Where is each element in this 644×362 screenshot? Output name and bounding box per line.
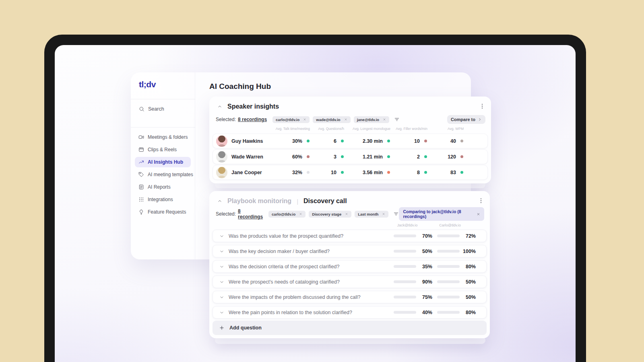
question-row[interactable]: Was the products value for the prospect … xyxy=(213,230,487,242)
filter-chip-label: carlo@tldv.io xyxy=(272,212,295,216)
sidebar-item-feature-requests[interactable]: Feature Requests xyxy=(135,207,191,217)
filter-chip[interactable]: Last month xyxy=(355,211,388,218)
question-row[interactable]: Were the prospect's needs of cataloging … xyxy=(213,276,487,288)
progress-bar xyxy=(394,265,416,268)
selected-recordings-link[interactable]: 8 recordings xyxy=(238,117,267,122)
playbook-question-list: Was the products value for the prospect … xyxy=(213,230,487,321)
collapse-chevron-up-icon[interactable] xyxy=(217,199,222,204)
chevron-down-icon[interactable] xyxy=(219,249,224,254)
playbook-panel: Playbook monitoring | Discovery call Sel… xyxy=(209,191,490,338)
metric-value: 2.30 min xyxy=(363,138,383,144)
progress-percentage: 50% xyxy=(462,294,476,300)
add-question-button[interactable]: Add question xyxy=(213,321,487,335)
selected-label: Selected: xyxy=(216,211,236,217)
progress-bar xyxy=(437,280,460,283)
close-icon[interactable] xyxy=(477,212,480,216)
filter-chip-label: jane@tldv.io xyxy=(357,117,380,122)
sidebar-item-meetings-folders[interactable]: Meetings & folders xyxy=(135,132,191,142)
avatar xyxy=(216,167,227,178)
collapse-chevron-up-icon[interactable] xyxy=(217,104,222,109)
status-dot xyxy=(460,140,463,142)
sidebar-item-integrations[interactable]: Integrations xyxy=(135,194,191,205)
question-text: Were the impacts of the problem discusse… xyxy=(229,294,394,300)
add-question-label: Add question xyxy=(229,325,262,331)
metric-value: 120 xyxy=(448,154,456,160)
search-label: Search xyxy=(148,106,164,112)
progress-bar xyxy=(394,311,416,314)
metric-value: 1.21 min xyxy=(363,154,383,160)
metric-value: 3 xyxy=(334,154,336,160)
chevron-down-icon[interactable] xyxy=(219,264,224,269)
sidebar-item-ai-reports[interactable]: AI Reports xyxy=(135,182,191,192)
question-text: Was the key decision maker / buyer clari… xyxy=(229,249,394,254)
close-icon[interactable] xyxy=(382,212,385,216)
sidebar-item-ai-meeting-templates[interactable]: AI meeting templates xyxy=(135,169,191,180)
chevron-down-icon[interactable] xyxy=(219,234,224,239)
question-row[interactable]: Was the decision criteria of the prospec… xyxy=(213,260,487,273)
sidebar-item-label: AI Insights Hub xyxy=(148,159,183,165)
question-row[interactable]: Were the impacts of the problem discusse… xyxy=(213,291,487,303)
filter-chip[interactable]: jane@tldv.io xyxy=(354,116,390,123)
compare-to-button[interactable]: Compare to xyxy=(447,115,485,124)
status-dot xyxy=(424,155,427,158)
filter-chip-label: Last month xyxy=(358,212,378,216)
speaker-metric-cell: 10 xyxy=(390,138,427,144)
close-icon[interactable] xyxy=(345,212,348,216)
selected-recordings-link[interactable]: 8 recordings xyxy=(238,208,263,220)
status-dot xyxy=(387,140,390,142)
sidebar-item-clips-reels[interactable]: Clips & Reels xyxy=(135,144,191,155)
table-row[interactable]: Guy Hawkins30%62.30 min1040 xyxy=(213,134,488,148)
playbook-filters-row: Selected: 8 recordings carlo@tldv.ioDisc… xyxy=(216,210,484,218)
filter-chip[interactable]: Discovery stage xyxy=(309,211,351,218)
speaker-column-header: Avg. WPM xyxy=(427,127,464,131)
progress-percentage: 75% xyxy=(419,294,432,300)
speaker-filter-chips: carlo@tldv.iowade@tldv.iojane@tldv.io xyxy=(272,116,389,123)
close-icon[interactable] xyxy=(299,212,302,216)
playbook-column-header: Carlo@tldv.io xyxy=(439,223,461,227)
metric-value: 83 xyxy=(450,170,456,175)
kebab-menu-icon[interactable] xyxy=(479,103,485,109)
search-input[interactable]: Search xyxy=(139,106,164,112)
progress-bar xyxy=(437,234,460,237)
kebab-menu-icon[interactable] xyxy=(478,197,484,204)
close-icon[interactable] xyxy=(303,118,306,121)
filter-icon[interactable] xyxy=(394,117,400,122)
filter-chip[interactable]: carlo@tldv.io xyxy=(268,211,305,218)
progress-percentage: 70% xyxy=(419,233,432,239)
sidebar-divider xyxy=(131,99,195,99)
chevron-down-icon[interactable] xyxy=(219,280,224,284)
speaker-name: Jane Cooper xyxy=(231,170,262,175)
filter-chip[interactable]: carlo@tldv.io xyxy=(272,116,310,123)
chevron-down-icon[interactable] xyxy=(219,310,224,315)
speaker-column-header: Avg. Longest monologue xyxy=(344,127,390,131)
sidebar-item-ai-insights-hub[interactable]: AI Insights Hub xyxy=(135,157,191,167)
progress-percentage: 50% xyxy=(419,249,432,254)
speaker-metric-cell: 2 xyxy=(390,154,427,160)
playbook-column-headers: Jack@tldv.ioCarlo@tldv.io xyxy=(209,223,490,228)
selected-label: Selected: xyxy=(216,117,236,122)
tag-icon xyxy=(138,172,144,177)
progress-percentage: 50% xyxy=(462,279,476,285)
filter-chip-label: carlo@tldv.io xyxy=(276,117,299,122)
question-text: Were the prospect's needs of cataloging … xyxy=(229,279,394,285)
filter-icon[interactable] xyxy=(393,211,399,217)
speaker-metric-cell: 8 xyxy=(390,170,427,175)
filter-chip[interactable]: wade@tldv.io xyxy=(313,116,350,123)
close-icon[interactable] xyxy=(383,118,386,121)
question-row[interactable]: Were the pain points in relation to the … xyxy=(213,306,487,319)
speaker-insights-panel: Speaker insights Selected: 8 recordings … xyxy=(209,97,491,183)
comparing-to-badge: Comparing to jack@tldv.io (8 recordings) xyxy=(399,207,484,221)
close-icon[interactable] xyxy=(344,118,347,121)
lightbulb-icon xyxy=(138,209,144,215)
table-row[interactable]: Wade Warren60%31.21 min2120 xyxy=(213,149,488,164)
question-text: Was the decision criteria of the prospec… xyxy=(229,264,394,269)
speaker-column-header: Avg. Talk time/meeting xyxy=(264,127,310,131)
speaker-metric-cell: 32% xyxy=(263,170,310,175)
speaker-metric-cell: 40 xyxy=(427,138,463,144)
status-dot xyxy=(424,140,427,142)
table-row[interactable]: Jane Cooper32%103.56 min883 xyxy=(213,165,488,180)
chevron-down-icon[interactable] xyxy=(219,295,224,300)
question-row[interactable]: Was the key decision maker / buyer clari… xyxy=(213,245,487,257)
speaker-column-header: Avg. Questions/h xyxy=(310,127,344,131)
metric-value: 32% xyxy=(292,170,302,175)
